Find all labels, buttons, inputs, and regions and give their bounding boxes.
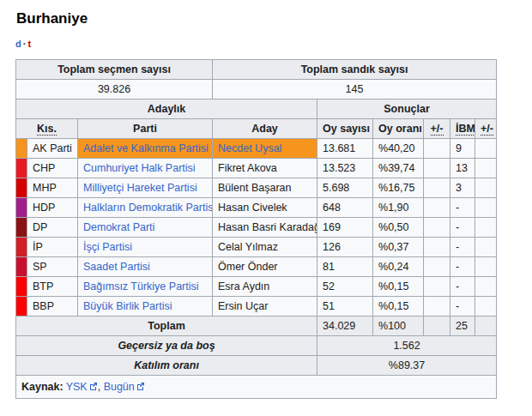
template-edit-link[interactable]: t — [27, 39, 31, 49]
party-abbreviation: HDP — [33, 202, 55, 214]
total-ibm: 25 — [450, 317, 475, 336]
vote-count-cell: 81 — [317, 257, 373, 277]
change-cell-1 — [424, 277, 450, 297]
party-link[interactable]: Saadet Partisi — [83, 261, 150, 273]
change-cell-2 — [475, 178, 497, 198]
abbr-header-label: Kıs. — [37, 123, 57, 136]
party-color-swatch — [16, 139, 27, 159]
change-cell-1 — [424, 257, 450, 277]
party-result-row: HDP Halkların Demokratik Partisi Hasan C… — [16, 198, 497, 218]
total-change-1 — [424, 317, 450, 336]
navbar-separator: · — [23, 39, 27, 49]
change1-header-label: +/- — [431, 123, 444, 136]
candidate-cell: Celal Yılmaz — [213, 238, 317, 257]
party-name-cell: Büyük Birlik Partisi — [78, 297, 213, 317]
party-color-swatch — [16, 297, 27, 317]
vote-count-cell: 13.523 — [317, 159, 373, 178]
party-result-row: DP Demokrat Parti Hasan Basri Karadağ 16… — [16, 218, 497, 238]
party-link[interactable]: İşçi Partisi — [83, 241, 132, 253]
change-cell-2 — [475, 218, 497, 238]
party-color-swatch — [16, 238, 27, 257]
column-header-ibm: İBM — [450, 119, 475, 139]
source-link-ysk[interactable]: YSK — [66, 381, 88, 393]
candidate-name[interactable]: Necdet Uysal — [218, 142, 281, 154]
change-cell-2 — [475, 238, 497, 257]
party-result-row: SP Saadet Partisi Ömer Önder 81 %0,24 - — [16, 257, 497, 277]
candidate-name: Esra Aydın — [218, 280, 269, 292]
external-link-icon — [136, 380, 145, 394]
total-ballot-boxes-header: Toplam sandık sayısı — [213, 60, 497, 80]
column-header-abbr: Kıs. — [16, 119, 78, 139]
party-result-row: CHP Cumhuriyet Halk Partisi Fikret Akova… — [16, 159, 497, 178]
vote-count-cell: 169 — [317, 218, 373, 238]
ibm-cell: 9 — [450, 139, 475, 159]
party-link[interactable]: Bağımsız Türkiye Partisi — [83, 280, 199, 292]
vote-count-cell: 51 — [317, 297, 373, 317]
party-color-swatch — [16, 218, 27, 238]
election-results-table: Toplam seçmen sayısı Toplam sandık sayıs… — [15, 59, 497, 399]
ibm-cell: 3 — [450, 178, 475, 198]
candidate-name: Bülent Başaran — [218, 182, 291, 194]
party-result-row: MHP Milliyetçi Hareket Partisi Bülent Ba… — [16, 178, 497, 198]
party-name-cell: Milliyetçi Hareket Partisi — [78, 178, 213, 198]
party-abbreviation-cell: AK Parti — [27, 139, 78, 159]
change-cell-1 — [424, 198, 450, 218]
party-link[interactable]: Cumhuriyet Halk Partisi — [83, 162, 196, 174]
party-abbreviation-cell: MHP — [27, 178, 78, 198]
invalid-votes-value: 1.562 — [317, 336, 497, 356]
party-abbreviation: AK Parti — [33, 142, 72, 154]
party-abbreviation: BTP — [33, 280, 53, 292]
party-link[interactable]: Büyük Birlik Partisi — [83, 300, 172, 312]
turnout-row: Katılım oranı %89.37 — [16, 356, 497, 376]
party-link[interactable]: Adalet ve Kalkınma Partisi — [83, 142, 209, 154]
change-cell-2 — [475, 198, 497, 218]
column-header-change-1: +/- — [424, 119, 450, 139]
source-label: Kaynak: — [21, 381, 63, 393]
total-label: Toplam — [16, 317, 317, 336]
change-cell-2 — [475, 159, 497, 178]
change-cell-2 — [475, 277, 497, 297]
party-link[interactable]: Demokrat Parti — [83, 221, 154, 233]
party-abbreviation-cell: DP — [27, 218, 78, 238]
group-header-row: Adaylık Sonuçlar — [16, 99, 497, 119]
vote-share-cell: %0,50 — [373, 218, 424, 238]
total-change-2 — [475, 317, 497, 336]
total-row: Toplam 34.029 %100 25 — [16, 317, 497, 336]
vote-share-cell: %16,75 — [373, 178, 424, 198]
results-group-header: Sonuçlar — [317, 99, 497, 119]
party-link[interactable]: Halkların Demokratik Partisi — [83, 202, 213, 214]
change-cell-1 — [424, 218, 450, 238]
total-ballot-boxes-value: 145 — [213, 80, 497, 99]
turnout-label: Katılım oranı — [16, 356, 317, 376]
party-name-cell: Halkların Demokratik Partisi — [78, 198, 213, 218]
candidate-name: Ömer Önder — [218, 261, 277, 273]
change-cell-2 — [475, 297, 497, 317]
invalid-votes-label: Geçersiz ya da boş — [16, 336, 317, 356]
column-header-candidate: Aday — [213, 119, 317, 139]
vote-share-cell: %0,24 — [373, 257, 424, 277]
column-header-party: Parti — [78, 119, 213, 139]
totals-value-row: 39.826 145 — [16, 80, 497, 99]
party-name-cell: Saadet Partisi — [78, 257, 213, 277]
column-header-share: Oy oranı — [373, 119, 424, 139]
candidate-name: Ersin Uçar — [218, 300, 268, 312]
party-abbreviation-cell: CHP — [27, 159, 78, 178]
vote-count-cell: 126 — [317, 238, 373, 257]
page-title: Burhaniye — [16, 10, 532, 27]
party-name-cell: Bağımsız Türkiye Partisi — [78, 277, 213, 297]
party-abbreviation-cell: İP — [27, 238, 78, 257]
party-abbreviation: MHP — [33, 182, 57, 194]
party-result-row: BBP Büyük Birlik Partisi Ersin Uçar 51 %… — [16, 297, 497, 317]
template-view-link[interactable]: d — [15, 39, 21, 49]
column-header-row: Kıs. Parti Aday Oy sayısı Oy oranı +/- İ… — [16, 119, 497, 139]
party-abbreviation-cell: SP — [27, 257, 78, 277]
ibm-header-label: İBM — [456, 123, 475, 136]
source-row: Kaynak:YSK, Bugün — [16, 376, 497, 399]
party-abbreviation: SP — [33, 261, 47, 273]
party-link[interactable]: Milliyetçi Hareket Partisi — [83, 182, 197, 194]
party-color-swatch — [16, 257, 27, 277]
party-color-swatch — [16, 198, 27, 218]
source-link-bugun[interactable]: Bugün — [104, 381, 135, 393]
party-abbreviation-cell: HDP — [27, 198, 78, 218]
candidate-name: Fikret Akova — [218, 162, 277, 174]
